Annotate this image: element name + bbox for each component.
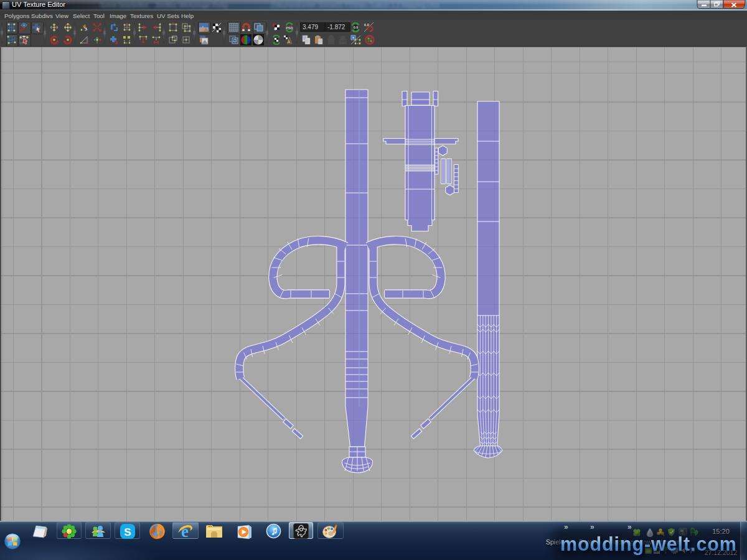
svg-text:0.0: 0.0	[354, 26, 359, 29]
svg-text:PSD: PSD	[286, 26, 293, 30]
svg-text:S: S	[124, 526, 131, 538]
svg-text:0.0: 0.0	[364, 23, 370, 27]
